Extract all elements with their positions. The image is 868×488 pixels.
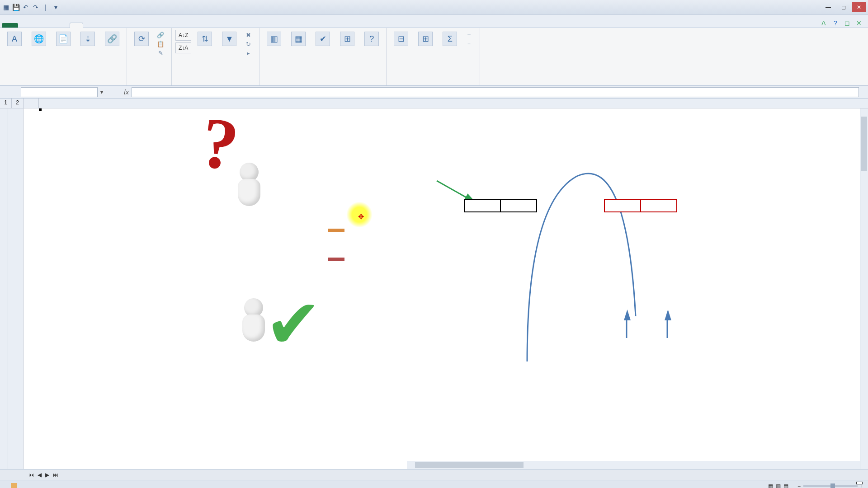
tab-file[interactable] bbox=[2, 23, 18, 28]
tab-data[interactable] bbox=[70, 23, 83, 28]
scrollbar-thumb[interactable] bbox=[861, 117, 867, 171]
qat-more-icon[interactable]: ▾ bbox=[52, 3, 60, 11]
horizontal-scrollbar[interactable] bbox=[407, 461, 860, 469]
tab-layout[interactable] bbox=[44, 23, 57, 28]
show-detail-button[interactable]: ＋ bbox=[463, 31, 476, 39]
advanced-button[interactable]: ▸ bbox=[243, 49, 255, 57]
select-all-button[interactable] bbox=[24, 99, 39, 108]
redo-icon[interactable]: ↷ bbox=[32, 3, 40, 11]
group-icon: ⊟ bbox=[394, 32, 408, 46]
from-text-button[interactable]: 📄 bbox=[52, 30, 74, 49]
connection-icon: 🔗 bbox=[105, 32, 119, 46]
maximize-button[interactable]: ◻ bbox=[836, 2, 851, 12]
vertical-scrollbar[interactable] bbox=[860, 108, 868, 469]
tab-review[interactable] bbox=[83, 23, 96, 28]
window-close2-icon[interactable]: ✕ bbox=[854, 19, 863, 28]
group-label bbox=[131, 83, 168, 84]
remove-dup-button[interactable]: ▦ bbox=[288, 30, 309, 49]
lookup-table bbox=[464, 199, 537, 212]
ribbon-group-sort: A↓Z Z↓A ⇅ ▼ ✖ ↻ ▸ bbox=[172, 28, 259, 85]
hide-detail-button[interactable]: － bbox=[463, 40, 476, 48]
data-validation-button[interactable]: ✔ bbox=[312, 30, 334, 49]
tab-formula[interactable] bbox=[57, 23, 70, 28]
properties-button[interactable]: 📋 bbox=[155, 40, 168, 48]
formula-bar-row: ▾ fx bbox=[0, 86, 868, 99]
excel-icon[interactable]: ▦ bbox=[2, 3, 10, 11]
tab-home[interactable] bbox=[19, 23, 32, 28]
sort-button[interactable]: ⇅ bbox=[194, 30, 216, 49]
fx-icon[interactable]: fx bbox=[124, 89, 129, 96]
view-layout-icon[interactable]: ▥ bbox=[776, 483, 781, 488]
tab-insert[interactable] bbox=[32, 23, 44, 28]
access-icon: A bbox=[7, 32, 22, 46]
link-icon: 🔗 bbox=[157, 31, 164, 38]
sort-desc-button[interactable]: Z↓A bbox=[175, 42, 191, 53]
reapply-button[interactable]: ↻ bbox=[243, 40, 255, 48]
ungroup-button[interactable]: ⊞ bbox=[415, 30, 436, 49]
tab-nav-first-icon[interactable]: ⏮ bbox=[27, 472, 35, 478]
zoom-slider[interactable] bbox=[803, 485, 858, 487]
tab-nav-last-icon[interactable]: ⏭ bbox=[52, 472, 62, 478]
consolidate-button[interactable]: ⊞ bbox=[336, 30, 358, 49]
ribbon: A 🌐 📄 ⇣ 🔗 ⟳ 🔗 📋 ✎ A↓Z Z↓A ⇅ ▼ bbox=[0, 28, 868, 86]
sheet-tab-bar: ⏮ ◀ ▶ ⏭ bbox=[0, 469, 868, 480]
thinking-figure-graphic bbox=[233, 163, 265, 212]
minimize-button[interactable]: — bbox=[821, 2, 835, 12]
from-access-button[interactable]: A bbox=[4, 30, 25, 49]
name-box[interactable] bbox=[21, 87, 98, 97]
quick-access-toolbar: ▦ 💾 ↶ ↷ | ▾ bbox=[2, 3, 60, 11]
outline-level-1[interactable]: 1 bbox=[0, 99, 12, 108]
clear-icon: ✖ bbox=[245, 31, 252, 38]
ungroup-icon: ⊞ bbox=[418, 32, 433, 46]
tab-view[interactable] bbox=[96, 23, 108, 28]
window-restore-icon[interactable]: ◻ bbox=[843, 19, 852, 28]
table-header bbox=[641, 199, 677, 212]
window-controls: — ◻ ✕ bbox=[821, 2, 866, 12]
selection-rectangle bbox=[39, 108, 42, 111]
minus-icon: － bbox=[465, 40, 472, 47]
view-normal-icon[interactable]: ▦ bbox=[768, 483, 773, 488]
cells-area[interactable]: ? ✥ bbox=[39, 108, 860, 461]
from-web-button[interactable]: 🌐 bbox=[28, 30, 50, 49]
dup-icon: ▦ bbox=[291, 32, 306, 46]
filter-button[interactable]: ▼ bbox=[218, 30, 240, 49]
tab-nav-next-icon[interactable]: ▶ bbox=[44, 472, 51, 478]
tab-nav-prev-icon[interactable]: ◀ bbox=[36, 472, 43, 478]
save-icon[interactable]: 💾 bbox=[12, 3, 20, 11]
macro-record-icon[interactable] bbox=[11, 483, 17, 488]
undo-icon[interactable]: ↶ bbox=[22, 3, 30, 11]
tab-dev[interactable] bbox=[108, 23, 121, 28]
ribbon-help: ᐱ ? ◻ ✕ bbox=[819, 19, 863, 28]
qat-sep: | bbox=[42, 3, 50, 11]
watermark-logo bbox=[856, 482, 863, 484]
scrollbar-thumb[interactable] bbox=[415, 462, 524, 468]
clear-filter-button[interactable]: ✖ bbox=[243, 31, 255, 39]
subtotal-button[interactable]: Σ bbox=[439, 30, 461, 49]
help-icon[interactable]: ? bbox=[831, 19, 840, 28]
consolidate-icon: ⊞ bbox=[340, 32, 354, 46]
sort-icon: ⇅ bbox=[198, 32, 212, 46]
minimize-ribbon-icon[interactable]: ᐱ bbox=[819, 19, 828, 28]
zoom-controls: ▦ ▥ ▤ − + bbox=[768, 483, 863, 488]
ribbon-group-datatools: ▥ ▦ ✔ ⊞ ? bbox=[259, 28, 387, 85]
zoom-thumb[interactable] bbox=[830, 483, 835, 488]
edit-links-button[interactable]: ✎ bbox=[155, 49, 168, 57]
table-header bbox=[464, 199, 500, 212]
namebox-dropdown-icon[interactable]: ▾ bbox=[98, 89, 106, 95]
group-button[interactable]: ⊟ bbox=[390, 30, 412, 49]
subtotal-icon: Σ bbox=[443, 32, 457, 46]
connections-button[interactable]: 🔗 bbox=[155, 31, 168, 39]
close-button[interactable]: ✕ bbox=[852, 2, 866, 12]
sort-asc-button[interactable]: A↓Z bbox=[175, 30, 191, 41]
outline-level-2[interactable]: 2 bbox=[12, 99, 24, 108]
formula-input[interactable] bbox=[132, 87, 859, 97]
existing-conn-button[interactable]: 🔗 bbox=[101, 30, 123, 49]
blue-arrow-1-icon bbox=[618, 311, 636, 343]
view-pagebreak-icon[interactable]: ▤ bbox=[783, 483, 788, 488]
blue-arrow-2-icon bbox=[658, 311, 676, 343]
whatif-button[interactable]: ? bbox=[361, 30, 382, 49]
refresh-all-button[interactable]: ⟳ bbox=[131, 30, 152, 49]
text-to-columns-button[interactable]: ▥ bbox=[263, 30, 285, 49]
zoom-out-button[interactable]: − bbox=[797, 483, 801, 488]
from-other-button[interactable]: ⇣ bbox=[77, 30, 99, 49]
